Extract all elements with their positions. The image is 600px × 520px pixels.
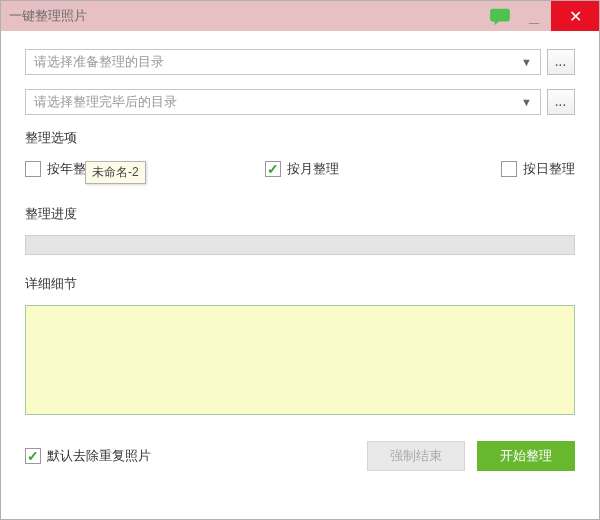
dest-directory-input[interactable]: 请选择整理完毕后的目录 ▼: [25, 89, 541, 115]
source-path-row: 请选择准备整理的目录 ▼ ...: [25, 49, 575, 75]
content-area: 请选择准备整理的目录 ▼ ... 请选择整理完毕后的目录 ▼ ... 整理选项 …: [1, 31, 599, 487]
options-section-label: 整理选项: [25, 129, 575, 147]
notification-icon[interactable]: [483, 1, 517, 31]
checkbox-label: 按月整理: [287, 160, 339, 178]
progress-bar: [25, 235, 575, 255]
details-section-label: 详细细节: [25, 275, 575, 293]
checkbox-dedupe[interactable]: 默认去除重复照片: [25, 447, 151, 465]
checkbox-label: 按日整理: [523, 160, 575, 178]
force-stop-button: 强制结束: [367, 441, 465, 471]
dest-placeholder-text: 请选择整理完毕后的目录: [34, 93, 177, 111]
minimize-button[interactable]: _: [517, 1, 551, 31]
start-button[interactable]: 开始整理: [477, 441, 575, 471]
details-textarea[interactable]: [25, 305, 575, 415]
checkbox-box: [25, 161, 41, 177]
browse-source-button[interactable]: ...: [547, 49, 575, 75]
tooltip: 未命名-2: [85, 161, 146, 184]
checkbox-box: [25, 448, 41, 464]
window-title: 一键整理照片: [1, 7, 483, 25]
chevron-down-icon: ▼: [521, 96, 532, 108]
source-placeholder-text: 请选择准备整理的目录: [34, 53, 164, 71]
checkbox-box: [501, 161, 517, 177]
checkbox-by-month[interactable]: 按月整理: [265, 160, 339, 178]
progress-section-label: 整理进度: [25, 205, 575, 223]
checkbox-by-day[interactable]: 按日整理: [501, 160, 575, 178]
dest-path-row: 请选择整理完毕后的目录 ▼ ...: [25, 89, 575, 115]
source-directory-input[interactable]: 请选择准备整理的目录 ▼: [25, 49, 541, 75]
checkbox-box: [265, 161, 281, 177]
options-row: 按年整理 未命名-2 按月整理 按日整理: [25, 159, 575, 179]
titlebar: 一键整理照片 _ ✕: [1, 1, 599, 31]
browse-dest-button[interactable]: ...: [547, 89, 575, 115]
close-button[interactable]: ✕: [551, 1, 599, 31]
footer: 默认去除重复照片 强制结束 开始整理: [25, 433, 575, 471]
checkbox-label: 默认去除重复照片: [47, 447, 151, 465]
chevron-down-icon: ▼: [521, 56, 532, 68]
